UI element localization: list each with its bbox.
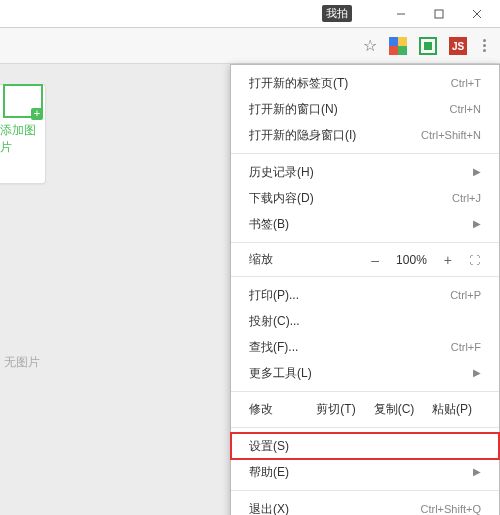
extension-icon-3[interactable]: JS xyxy=(449,37,467,55)
menu-separator xyxy=(231,391,499,392)
menu-item-settings[interactable]: 设置(S) xyxy=(231,433,499,459)
svg-rect-9 xyxy=(424,42,432,50)
browser-toolbar: ☆ JS xyxy=(0,28,500,64)
menu-item-downloads[interactable]: 下载内容(D)Ctrl+J xyxy=(231,185,499,211)
zoom-out-button[interactable]: – xyxy=(364,252,386,268)
submenu-arrow-icon: ▶ xyxy=(473,164,481,180)
svg-rect-7 xyxy=(398,46,407,55)
maximize-button[interactable] xyxy=(420,2,458,26)
menu-item-edit-row: 修改 剪切(T) 复制(C) 粘贴(P) xyxy=(231,397,499,422)
title-badge: 我拍 xyxy=(322,5,352,22)
svg-rect-1 xyxy=(435,10,443,18)
image-plus-icon xyxy=(3,84,43,118)
edit-cut-button[interactable]: 剪切(T) xyxy=(307,401,365,418)
close-button[interactable] xyxy=(458,2,496,26)
chrome-menu-dropdown: 打开新的标签页(T)Ctrl+T 打开新的窗口(N)Ctrl+N 打开新的隐身窗… xyxy=(230,64,500,515)
svg-rect-5 xyxy=(398,37,407,46)
extension-icon-1[interactable] xyxy=(389,37,407,55)
menu-separator xyxy=(231,427,499,428)
menu-item-exit[interactable]: 退出(X)Ctrl+Shift+Q xyxy=(231,496,499,515)
submenu-arrow-icon: ▶ xyxy=(473,464,481,480)
menu-item-zoom: 缩放 – 100% + ⛶ xyxy=(231,248,499,271)
menu-item-print[interactable]: 打印(P)...Ctrl+P xyxy=(231,282,499,308)
submenu-arrow-icon: ▶ xyxy=(473,216,481,232)
menu-item-help[interactable]: 帮助(E)▶ xyxy=(231,459,499,485)
chrome-menu-button[interactable] xyxy=(479,35,490,56)
menu-item-new-incognito[interactable]: 打开新的隐身窗口(I)Ctrl+Shift+N xyxy=(231,122,499,148)
menu-item-history[interactable]: 历史记录(H)▶ xyxy=(231,159,499,185)
window-titlebar: 我拍 xyxy=(0,0,500,28)
extension-icon-2[interactable] xyxy=(419,37,437,55)
menu-item-cast[interactable]: 投射(C)... xyxy=(231,308,499,334)
menu-item-bookmarks[interactable]: 书签(B)▶ xyxy=(231,211,499,237)
no-image-text: 无图片 xyxy=(4,354,40,371)
minimize-button[interactable] xyxy=(382,2,420,26)
page-content: 添加图片 无图片 打开新的标签页(T)Ctrl+T 打开新的窗口(N)Ctrl+… xyxy=(0,64,500,515)
fullscreen-icon[interactable]: ⛶ xyxy=(469,254,481,266)
menu-separator xyxy=(231,153,499,154)
menu-separator xyxy=(231,276,499,277)
svg-rect-6 xyxy=(389,46,398,55)
menu-item-more-tools[interactable]: 更多工具(L)▶ xyxy=(231,360,499,386)
edit-paste-button[interactable]: 粘贴(P) xyxy=(423,401,481,418)
menu-separator xyxy=(231,490,499,491)
add-image-button[interactable]: 添加图片 xyxy=(0,84,46,156)
svg-rect-4 xyxy=(389,37,398,46)
svg-text:JS: JS xyxy=(452,41,465,52)
submenu-arrow-icon: ▶ xyxy=(473,365,481,381)
bookmark-star-icon[interactable]: ☆ xyxy=(363,36,377,55)
menu-item-new-tab[interactable]: 打开新的标签页(T)Ctrl+T xyxy=(231,70,499,96)
add-image-label: 添加图片 xyxy=(0,122,46,156)
zoom-in-button[interactable]: + xyxy=(437,252,459,268)
menu-item-find[interactable]: 查找(F)...Ctrl+F xyxy=(231,334,499,360)
menu-item-new-window[interactable]: 打开新的窗口(N)Ctrl+N xyxy=(231,96,499,122)
zoom-value: 100% xyxy=(390,253,433,267)
edit-copy-button[interactable]: 复制(C) xyxy=(365,401,423,418)
menu-separator xyxy=(231,242,499,243)
